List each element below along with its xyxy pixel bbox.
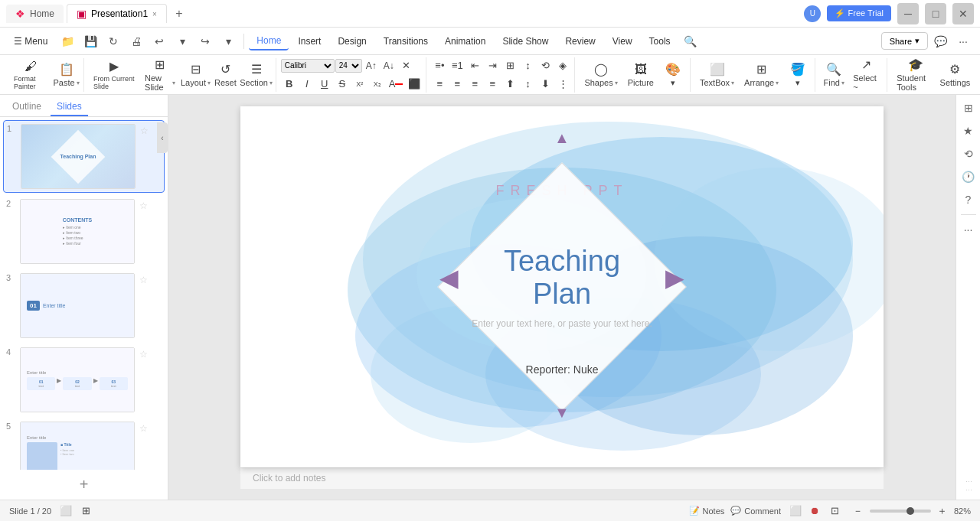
from-current-slide-button[interactable]: ▶ From Current Slide	[89, 58, 139, 92]
save-icon[interactable]: 💾	[80, 31, 101, 52]
print-icon[interactable]: 🖨	[126, 31, 147, 52]
sidebar-tab-slides[interactable]: Slides	[51, 98, 88, 116]
star-icon-1[interactable]: ☆	[140, 125, 149, 136]
vertical-top-button[interactable]: ⬆	[501, 76, 518, 93]
zoom-slider[interactable]	[870, 510, 931, 513]
left-arrow-button[interactable]: ◀	[439, 263, 459, 292]
decrease-indent-icon[interactable]: ⇤	[466, 57, 483, 74]
more-menu-icon[interactable]: ···	[952, 31, 974, 52]
slide-thumb-2[interactable]: 2 CONTENTS ▸ Item one▸ Item two▸ Item th…	[3, 196, 165, 267]
columns-button[interactable]: ⊞	[501, 57, 518, 74]
new-slide-button[interactable]: ⊞ New Slide ▾	[140, 58, 180, 92]
superscript-button[interactable]: X²	[351, 76, 368, 93]
comment-icon[interactable]: 💬	[929, 31, 951, 52]
right-arrow-button[interactable]: ▶	[665, 263, 684, 292]
vertical-bottom-button[interactable]: ⬇	[537, 76, 554, 93]
notes-bar[interactable]: Click to add notes	[240, 467, 884, 489]
font-family-select[interactable]: Calibri	[281, 59, 335, 73]
sidebar-tab-outline[interactable]: Outline	[6, 98, 47, 116]
panel-star-icon[interactable]: ★	[959, 121, 978, 141]
slide-thumb-1[interactable]: 1 Teaching Plan ☆	[3, 120, 165, 193]
menu-view[interactable]: View	[605, 33, 640, 50]
picture-button[interactable]: 🖼 Picture	[623, 58, 658, 92]
slide-thumb-4[interactable]: 4 Enter title 01 text ▶	[3, 344, 165, 415]
normal-mode-button[interactable]: ⬜	[787, 503, 804, 519]
format-painter-button[interactable]: 🖌 Format Painter	[9, 58, 51, 92]
justify-button[interactable]: ≡	[484, 76, 501, 93]
slide-thumb-5[interactable]: 5 Enter title ■ Title • Item one• Item t…	[3, 418, 165, 470]
text-direction-button[interactable]: ⟲	[537, 57, 554, 74]
subscript-button[interactable]: X₂	[369, 76, 386, 93]
slideshow-mode-button[interactable]: ⏺	[807, 503, 824, 519]
menu-design[interactable]: Design	[330, 33, 374, 50]
close-window-button[interactable]: ✕	[952, 3, 974, 24]
slide-thumb-3[interactable]: 3 01 Enter title ☆	[3, 270, 165, 341]
menu-tools[interactable]: Tools	[642, 33, 678, 50]
free-trial-button[interactable]: ⚡ Free Trial	[827, 5, 891, 21]
close-tab-icon[interactable]: ×	[152, 10, 157, 18]
presentation-tab[interactable]: ▣ Presentation1 ×	[67, 4, 167, 23]
increase-font-icon[interactable]: A↑	[363, 57, 380, 74]
canvas-area[interactable]: FRESH PPT ▲ ◀ Teaching Plan ▶ Enter your…	[168, 95, 956, 500]
student-tools-button[interactable]: 🎓 Student Tools	[892, 58, 939, 92]
star-icon-4[interactable]: ☆	[139, 349, 148, 360]
menu-transitions[interactable]: Transitions	[376, 33, 436, 50]
redo-icon[interactable]: ↪	[194, 31, 216, 52]
section-button[interactable]: ☰ Section ▾	[240, 58, 272, 92]
share-button[interactable]: Share ▾	[881, 32, 928, 50]
layout-button[interactable]: ⊟ Layout ▾	[181, 58, 211, 92]
paste-button[interactable]: 📋 Paste ▾	[52, 58, 80, 92]
add-slide-button[interactable]: +	[0, 470, 168, 500]
open-icon[interactable]: 📁	[57, 31, 78, 52]
align-center-button[interactable]: ≡	[449, 76, 466, 93]
shapes-button[interactable]: ◯ Shapes ▾	[580, 58, 622, 92]
menu-insert[interactable]: Insert	[290, 33, 328, 50]
increase-indent-icon[interactable]: ⇥	[484, 57, 501, 74]
panel-help-icon[interactable]: ?	[959, 190, 978, 210]
undo-dropdown-icon[interactable]: ▾	[172, 31, 193, 52]
clear-format-icon[interactable]: ✕	[398, 57, 415, 74]
star-icon-3[interactable]: ☆	[139, 275, 148, 285]
menu-review[interactable]: Review	[557, 33, 603, 50]
fit-button[interactable]: ⊡	[827, 503, 844, 519]
menu-hamburger[interactable]: ☰ Menu	[6, 33, 55, 50]
star-icon-5[interactable]: ☆	[139, 423, 148, 434]
fill-color-button[interactable]: 🪣 ▾	[784, 58, 812, 92]
menu-animation[interactable]: Animation	[437, 33, 493, 50]
subtitle-placeholder[interactable]: Enter your text here, or paste your text…	[439, 318, 684, 329]
comment-button[interactable]: 💬 Comment	[730, 506, 781, 516]
reset-button[interactable]: ↺ Reset	[211, 58, 239, 92]
maximize-button[interactable]: □	[925, 3, 946, 24]
sidebar-toggle[interactable]: ‹	[157, 122, 168, 153]
star-icon-2[interactable]: ☆	[139, 200, 148, 211]
panel-rotate-icon[interactable]: ⟲	[959, 144, 978, 164]
color-adjust-button[interactable]: 🎨 ▾	[659, 58, 687, 92]
underline-button[interactable]: U	[316, 76, 333, 93]
grid-view-button[interactable]: ⊞	[77, 503, 94, 519]
settings-button[interactable]: ⚙ Settings	[939, 58, 971, 92]
notes-button[interactable]: 📝 Notes	[689, 506, 725, 516]
vertical-distribute-button[interactable]: ⋮	[554, 76, 571, 93]
align-right-button[interactable]: ≡	[466, 76, 483, 93]
panel-more-icon[interactable]: ···	[959, 220, 978, 239]
font-color-button[interactable]: A	[387, 76, 406, 93]
arrange-button[interactable]: ⊞ Arrange ▾	[740, 58, 783, 92]
zoom-out-button[interactable]: －	[850, 503, 867, 519]
vertical-middle-button[interactable]: ↕	[519, 76, 536, 93]
convert-to-smartart-button[interactable]: ◈	[554, 57, 571, 74]
strikethrough-button[interactable]: S	[334, 76, 351, 93]
decrease-font-icon[interactable]: A↓	[381, 57, 397, 74]
refresh-icon[interactable]: ↻	[103, 31, 124, 52]
zoom-in-button[interactable]: ＋	[934, 503, 951, 519]
minimize-button[interactable]: ─	[897, 3, 919, 24]
menu-home[interactable]: Home	[249, 32, 289, 50]
textbox-button[interactable]: ⬜ TextBox ▾	[695, 58, 739, 92]
bold-button[interactable]: B	[281, 76, 298, 93]
home-tab[interactable]: ❖ Home	[6, 5, 64, 23]
panel-history-icon[interactable]: 🕐	[959, 167, 978, 187]
bullets-button[interactable]: ≡•	[431, 57, 448, 74]
slide-canvas[interactable]: FRESH PPT ▲ ◀ Teaching Plan ▶ Enter your…	[240, 106, 884, 467]
select-button[interactable]: ↗ Select ~	[848, 58, 884, 92]
avatar[interactable]: U	[804, 5, 821, 22]
menu-search-icon[interactable]: 🔍	[680, 31, 701, 52]
